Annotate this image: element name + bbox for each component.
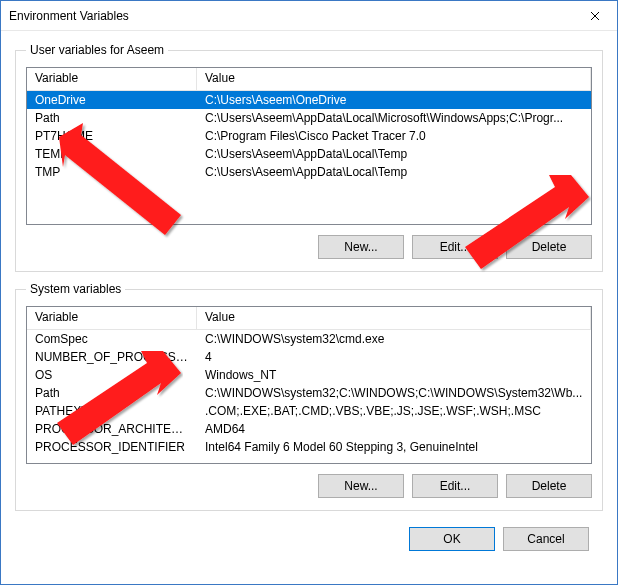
variable-name: OS: [27, 367, 197, 383]
dialog-body: User variables for Aseem Variable Value …: [1, 31, 617, 584]
table-row[interactable]: TMPC:\Users\Aseem\AppData\Local\Temp: [27, 163, 591, 181]
variable-value: C:\WINDOWS\system32;C:\WINDOWS;C:\WINDOW…: [197, 385, 591, 401]
system-new-button[interactable]: New...: [318, 474, 404, 498]
variable-name: PATHEXT: [27, 403, 197, 419]
variable-name: TEMP: [27, 146, 197, 162]
table-row[interactable]: PATHEXT.COM;.EXE;.BAT;.CMD;.VBS;.VBE;.JS…: [27, 402, 591, 420]
variable-value: C:\Users\Aseem\OneDrive: [197, 92, 591, 108]
variable-value: Intel64 Family 6 Model 60 Stepping 3, Ge…: [197, 439, 591, 455]
system-delete-button[interactable]: Delete: [506, 474, 592, 498]
variable-value: .COM;.EXE;.BAT;.CMD;.VBS;.VBE;.JS;.JSE;.…: [197, 403, 591, 419]
variable-name: NUMBER_OF_PROCESSORS: [27, 349, 197, 365]
col-header-value[interactable]: Value: [197, 307, 591, 329]
variable-value: C:\Program Files\Cisco Packet Tracer 7.0: [197, 128, 591, 144]
table-row[interactable]: TEMPC:\Users\Aseem\AppData\Local\Temp: [27, 145, 591, 163]
titlebar: Environment Variables: [1, 1, 617, 31]
variable-value: 4: [197, 349, 591, 365]
cancel-button[interactable]: Cancel: [503, 527, 589, 551]
table-row[interactable]: PROCESSOR_ARCHITECTUREAMD64: [27, 420, 591, 438]
user-rows[interactable]: OneDriveC:\Users\Aseem\OneDrivePathC:\Us…: [27, 91, 591, 224]
system-variables-list[interactable]: Variable Value ComSpecC:\WINDOWS\system3…: [26, 306, 592, 464]
user-list-header: Variable Value: [27, 68, 591, 91]
col-header-value[interactable]: Value: [197, 68, 591, 90]
table-row[interactable]: OneDriveC:\Users\Aseem\OneDrive: [27, 91, 591, 109]
table-row[interactable]: NUMBER_OF_PROCESSORS4: [27, 348, 591, 366]
system-list-header: Variable Value: [27, 307, 591, 330]
variable-name: Path: [27, 385, 197, 401]
table-row[interactable]: ComSpecC:\WINDOWS\system32\cmd.exe: [27, 330, 591, 348]
col-header-variable[interactable]: Variable: [27, 307, 197, 329]
system-variables-group: System variables Variable Value ComSpecC…: [15, 282, 603, 511]
variable-value: AMD64: [197, 421, 591, 437]
close-icon: [590, 11, 600, 21]
user-new-button[interactable]: New...: [318, 235, 404, 259]
variable-name: Path: [27, 110, 197, 126]
user-button-row: New... Edit... Delete: [26, 235, 592, 259]
table-row[interactable]: PathC:\WINDOWS\system32;C:\WINDOWS;C:\WI…: [27, 384, 591, 402]
variable-value: C:\Users\Aseem\AppData\Local\Microsoft\W…: [197, 110, 591, 126]
variable-name: ComSpec: [27, 331, 197, 347]
variable-value: C:\Users\Aseem\AppData\Local\Temp: [197, 164, 591, 180]
dialog-footer: OK Cancel: [15, 521, 603, 565]
variable-name: OneDrive: [27, 92, 197, 108]
variable-name: TMP: [27, 164, 197, 180]
user-variables-list[interactable]: Variable Value OneDriveC:\Users\Aseem\On…: [26, 67, 592, 225]
variable-value: C:\WINDOWS\system32\cmd.exe: [197, 331, 591, 347]
system-variables-legend: System variables: [26, 282, 125, 296]
window-title: Environment Variables: [9, 9, 572, 23]
table-row[interactable]: PROCESSOR_IDENTIFIERIntel64 Family 6 Mod…: [27, 438, 591, 456]
table-row[interactable]: PT7HOMEC:\Program Files\Cisco Packet Tra…: [27, 127, 591, 145]
variable-value: C:\Users\Aseem\AppData\Local\Temp: [197, 146, 591, 162]
variable-value: Windows_NT: [197, 367, 591, 383]
close-button[interactable]: [572, 1, 617, 30]
table-row[interactable]: PathC:\Users\Aseem\AppData\Local\Microso…: [27, 109, 591, 127]
system-rows[interactable]: ComSpecC:\WINDOWS\system32\cmd.exeNUMBER…: [27, 330, 591, 463]
env-vars-window: Environment Variables User variables for…: [0, 0, 618, 585]
col-header-variable[interactable]: Variable: [27, 68, 197, 90]
system-edit-button[interactable]: Edit...: [412, 474, 498, 498]
user-variables-legend: User variables for Aseem: [26, 43, 168, 57]
system-button-row: New... Edit... Delete: [26, 474, 592, 498]
variable-name: PROCESSOR_ARCHITECTURE: [27, 421, 197, 437]
table-row[interactable]: OSWindows_NT: [27, 366, 591, 384]
variable-name: PROCESSOR_IDENTIFIER: [27, 439, 197, 455]
ok-button[interactable]: OK: [409, 527, 495, 551]
user-edit-button[interactable]: Edit...: [412, 235, 498, 259]
user-delete-button[interactable]: Delete: [506, 235, 592, 259]
user-variables-group: User variables for Aseem Variable Value …: [15, 43, 603, 272]
variable-name: PT7HOME: [27, 128, 197, 144]
